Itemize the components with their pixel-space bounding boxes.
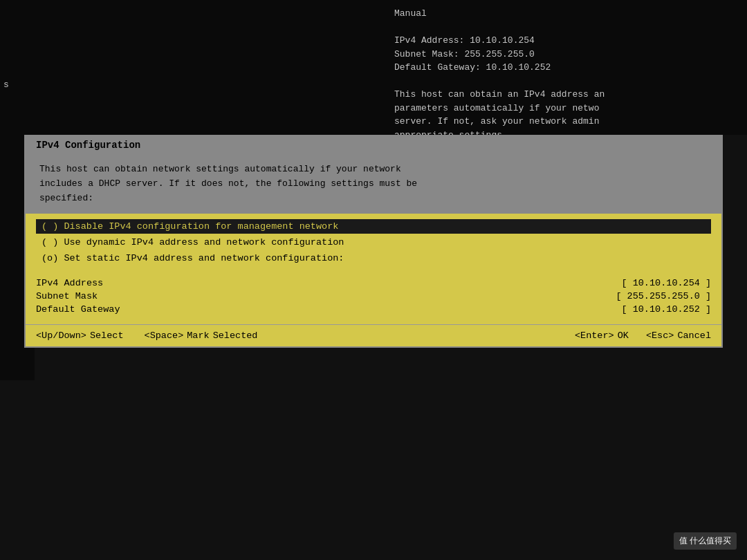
field-row-subnet: Subnet Mask [ 255.255.255.0 ]: [36, 291, 711, 301]
space-mark-hint: <Space> Mark Selected: [145, 330, 258, 341]
field-row-ipv4: IPv4 Address [ 10.10.10.254 ]: [36, 278, 711, 288]
select-action: Select: [90, 330, 124, 341]
dialog-description: This host can obtain network settings au…: [26, 154, 721, 214]
desc-line3: server. If not, ask your network admin: [394, 116, 599, 127]
option-static[interactable]: (o) Set static IPv4 address and network …: [36, 251, 711, 265]
dialog-title: IPv4 Configuration: [26, 136, 721, 154]
top-text: Manual IPv4 Address: 10.10.10.254 Subnet…: [394, 7, 733, 142]
mark-action: Mark: [187, 330, 209, 341]
cancel-action[interactable]: Cancel: [677, 330, 711, 341]
ipv4-value[interactable]: 10.10.10.254: [633, 278, 700, 288]
subnet-label: Subnet Mask: [36, 291, 174, 301]
ok-action[interactable]: OK: [618, 330, 629, 341]
desc-line2: parameters automatically if your netwo: [394, 103, 599, 113]
watermark: 值 什么值得买: [674, 532, 737, 550]
option-dynamic[interactable]: ( ) Use dynamic IPv4 address and network…: [36, 235, 711, 250]
field-row-gateway: Default Gateway [ 10.10.10.252 ]: [36, 304, 711, 315]
gateway-top: Default Gateway: 10.10.10.252: [394, 62, 551, 73]
desc-dialog-line3: specified:: [39, 192, 708, 206]
space-key: <Space>: [145, 330, 184, 341]
ipv4-config-dialog: IPv4 Configuration This host can obtain …: [24, 135, 723, 348]
gateway-value[interactable]: 10.10.10.252: [633, 304, 700, 315]
enter-key: <Enter>: [575, 330, 614, 341]
esc-key: <Esc>: [646, 330, 674, 341]
footer-right-hints: <Enter> OK <Esc> Cancel: [575, 330, 711, 341]
screen: Manual IPv4 Address: 10.10.10.254 Subnet…: [0, 0, 747, 560]
ipv4-address-top: IPv4 Address: 10.10.10.254: [394, 35, 535, 46]
left-char: s: [3, 80, 9, 90]
fields-area: IPv4 Address [ 10.10.10.254 ] Subnet Mas…: [26, 272, 721, 324]
manual-label: Manual: [394, 8, 427, 19]
ipv4-label: IPv4 Address: [36, 278, 174, 288]
enter-ok-hint: <Enter> OK: [575, 330, 629, 341]
selected-action: Selected: [213, 330, 258, 341]
top-info-area: Manual IPv4 Address: 10.10.10.254 Subnet…: [0, 0, 747, 135]
updown-key: <Up/Down>: [36, 330, 86, 341]
subnet-value[interactable]: 255.255.255.0: [627, 291, 700, 301]
option-disable[interactable]: ( ) Disable IPv4 configuration for manag…: [36, 219, 711, 234]
options-area: ( ) Disable IPv4 configuration for manag…: [26, 214, 721, 272]
esc-cancel-hint: <Esc> Cancel: [646, 330, 711, 341]
updown-select-hint: <Up/Down> Select: [36, 330, 124, 341]
desc-line1: This host can obtain an IPv4 address an: [394, 89, 605, 100]
dialog-footer: <Up/Down> Select <Space> Mark Selected <…: [26, 324, 721, 346]
desc-dialog-line2: includes a DHCP server. If it does not, …: [39, 177, 708, 192]
desc-dialog-line1: This host can obtain network settings au…: [39, 162, 708, 177]
gateway-label: Default Gateway: [36, 304, 174, 315]
subnet-mask-top: Subnet Mask: 255.255.255.0: [394, 49, 535, 59]
